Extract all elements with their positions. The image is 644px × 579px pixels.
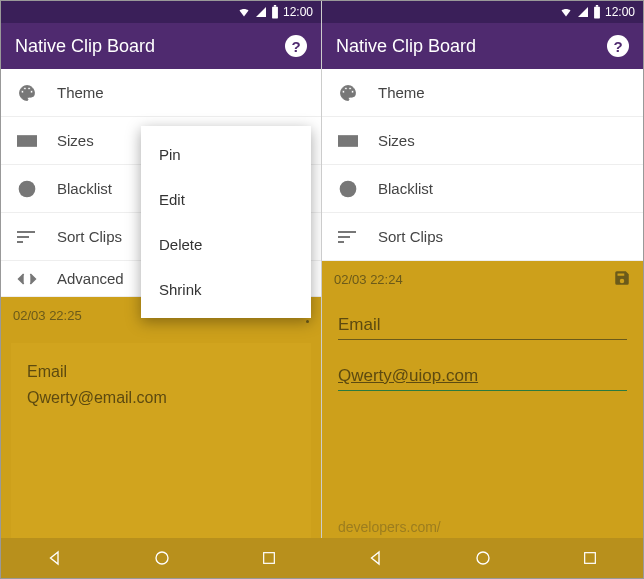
help-icon[interactable]: ? [285, 35, 307, 57]
menu-item-delete[interactable]: Delete [141, 222, 311, 267]
status-bar: 12:00 [322, 1, 643, 23]
palette-icon [338, 83, 378, 103]
palette-icon [17, 83, 57, 103]
svg-point-23 [156, 552, 168, 564]
ruler-icon [17, 134, 57, 148]
battery-icon [593, 5, 601, 19]
nav-back-button[interactable] [1, 549, 108, 567]
app-title: Native Clip Board [15, 36, 155, 57]
svg-rect-0 [272, 7, 278, 19]
block-icon [17, 179, 57, 199]
clip-edit-card: developers.com/ [322, 297, 643, 578]
settings-label: Blacklist [57, 180, 112, 197]
settings-label: Sizes [57, 132, 94, 149]
menu-item-shrink[interactable]: Shrink [141, 267, 311, 312]
clip-card[interactable]: Email Qwerty@email.com [11, 343, 311, 568]
wifi-icon [237, 6, 251, 18]
svg-rect-1 [274, 5, 276, 7]
settings-item-theme[interactable]: Theme [322, 69, 643, 117]
settings-label: Theme [57, 84, 104, 101]
nav-home-button[interactable] [429, 549, 536, 567]
settings-list: Theme Sizes Blacklist Sort Clips [322, 69, 643, 261]
signal-icon [255, 6, 267, 18]
status-bar: 12:00 [1, 1, 321, 23]
clip-body-text: Qwerty@email.com [27, 385, 295, 411]
status-time: 12:00 [283, 5, 313, 19]
svg-marker-25 [371, 552, 379, 564]
settings-label: Sizes [378, 132, 415, 149]
sort-icon [17, 230, 57, 244]
faded-preview-text: developers.com/ [338, 519, 627, 535]
settings-label: Sort Clips [378, 228, 443, 245]
app-title: Native Clip Board [336, 36, 476, 57]
svg-point-26 [477, 552, 489, 564]
settings-item-sizes[interactable]: Sizes [322, 117, 643, 165]
svg-rect-24 [263, 553, 274, 564]
svg-rect-11 [594, 7, 600, 19]
app-bar: Native Clip Board ? [322, 23, 643, 69]
menu-item-pin[interactable]: Pin [141, 132, 311, 177]
svg-rect-12 [596, 5, 598, 7]
settings-item-blacklist[interactable]: Blacklist [322, 165, 643, 213]
svg-rect-27 [584, 553, 595, 564]
clip-header: 02/03 22:24 [322, 261, 643, 297]
sort-icon [338, 230, 378, 244]
nav-home-button[interactable] [108, 549, 215, 567]
context-menu: Pin Edit Delete Shrink [141, 126, 311, 318]
clip-timestamp: 02/03 22:24 [334, 272, 403, 287]
clip-timestamp: 02/03 22:25 [13, 308, 82, 323]
settings-item-theme[interactable]: Theme [1, 69, 321, 117]
battery-icon [271, 5, 279, 19]
settings-label: Sort Clips [57, 228, 122, 245]
clip-title-input[interactable] [338, 307, 627, 340]
signal-icon [577, 6, 589, 18]
settings-label: Advanced [57, 270, 124, 287]
app-bar: Native Clip Board ? [1, 23, 321, 69]
settings-label: Blacklist [378, 180, 433, 197]
svg-marker-22 [50, 552, 58, 564]
block-icon [338, 179, 378, 199]
save-icon[interactable] [613, 269, 631, 290]
ruler-icon [338, 134, 378, 148]
clip-title-text: Email [27, 359, 295, 385]
nav-recent-button[interactable] [215, 550, 322, 566]
menu-item-edit[interactable]: Edit [141, 177, 311, 222]
wifi-icon [559, 6, 573, 18]
nav-recent-button[interactable] [536, 550, 643, 566]
nav-bar [1, 538, 643, 578]
status-time: 12:00 [605, 5, 635, 19]
help-icon[interactable]: ? [607, 35, 629, 57]
clip-body-input[interactable] [338, 358, 627, 391]
code-icon [17, 271, 57, 287]
nav-back-button[interactable] [322, 549, 429, 567]
settings-item-sort[interactable]: Sort Clips [322, 213, 643, 261]
settings-label: Theme [378, 84, 425, 101]
